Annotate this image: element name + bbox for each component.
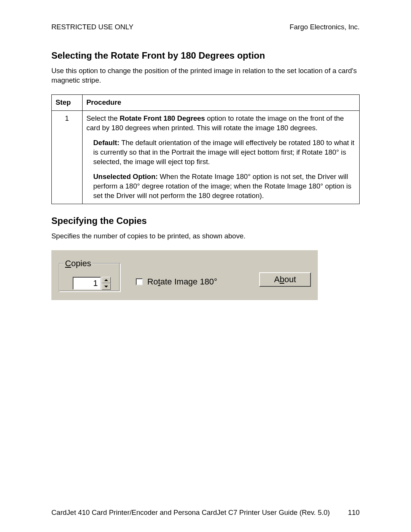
- section2-intro: Specifies the number of copies to be pri…: [51, 232, 360, 241]
- p1-pre: Select the: [86, 114, 119, 122]
- copies-legend: Copies: [64, 259, 92, 268]
- copies-groupbox: Copies: [59, 259, 120, 291]
- copies-spin-up[interactable]: [102, 277, 111, 283]
- footer-left: CardJet 410 Card Printer/Encoder and Per…: [51, 508, 330, 517]
- about-post: out: [284, 275, 296, 284]
- procedure-table: Step Procedure 1 Select the Rotate Front…: [51, 94, 360, 204]
- copies-legend-rest: opies: [71, 259, 91, 268]
- table-row: 1 Select the Rotate Front 180 Degrees op…: [52, 110, 360, 204]
- page-number: 110: [348, 508, 360, 517]
- chevron-down-icon: [104, 286, 108, 288]
- rotate-pre: Ro: [147, 277, 158, 286]
- copies-input[interactable]: [73, 277, 101, 290]
- section1-title: Selecting the Rotate Front by 180 Degree…: [51, 50, 360, 61]
- p2-bold: Default:: [93, 139, 119, 147]
- rotate-post: ate Image 180°: [160, 277, 217, 286]
- header-right: Fargo Electronics, Inc.: [290, 23, 360, 31]
- copies-legend-u: C: [65, 259, 71, 268]
- chevron-up-icon: [104, 279, 108, 281]
- rotate-image-checkbox[interactable]: [136, 278, 143, 285]
- p3-bold: Unselected Option:: [93, 173, 158, 181]
- about-u: b: [280, 275, 284, 284]
- about-button[interactable]: About: [259, 272, 311, 287]
- copies-spin-down[interactable]: [102, 283, 111, 290]
- p1-bold: Rotate Front 180 Degrees: [119, 114, 205, 122]
- procedure-cell: Select the Rotate Front 180 Degrees opti…: [83, 110, 360, 204]
- section1-intro: Use this option to change the position o…: [51, 66, 360, 85]
- col-procedure: Procedure: [83, 94, 360, 110]
- section2-title: Specifying the Copies: [51, 216, 360, 226]
- printer-dialog-fragment: Copies Rotate Image 180°: [51, 250, 318, 300]
- col-step: Step: [52, 94, 83, 110]
- p2-text: The default orientation of the image wil…: [93, 139, 354, 166]
- about-pre: A: [274, 275, 280, 284]
- step-number: 1: [52, 110, 83, 204]
- rotate-image-label: Rotate Image 180°: [147, 277, 217, 287]
- header-left: RESTRICTED USE ONLY: [51, 23, 134, 31]
- rotate-image-option[interactable]: Rotate Image 180°: [136, 277, 217, 287]
